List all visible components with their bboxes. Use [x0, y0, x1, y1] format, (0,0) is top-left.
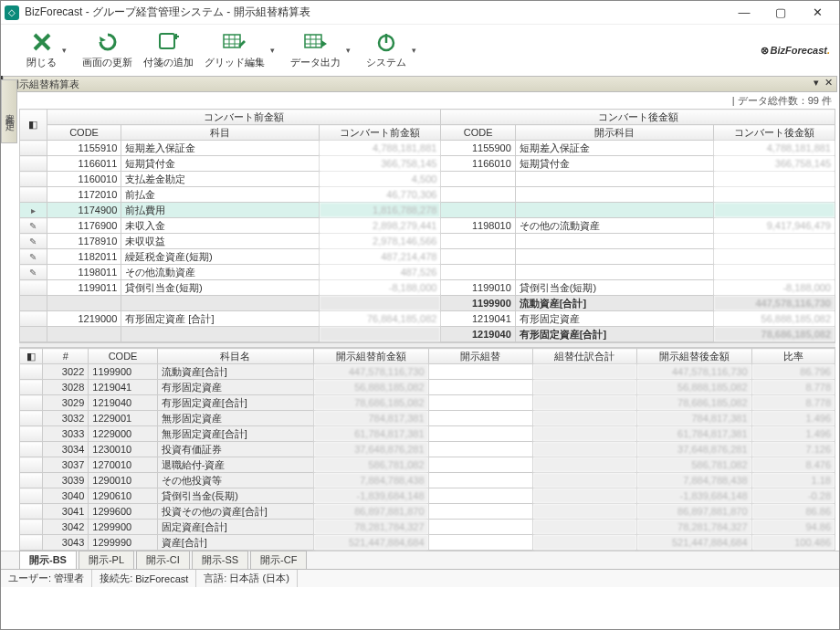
- filter-sidebar[interactable]: 案件指定: [1, 79, 17, 143]
- gridedit-dropdown[interactable]: ▾: [270, 46, 279, 55]
- window-title: BizForecast - グループ経営管理システム - 開示組替精算表: [25, 5, 726, 20]
- table-row[interactable]: 30431299990資産[合計]521,447,884,684521,447,…: [20, 535, 835, 551]
- note-add-icon: [157, 30, 181, 54]
- table-row[interactable]: 1199011貸倒引当金(短期)-8,188,0001199010貸倒引当金(短…: [20, 280, 835, 296]
- table-row[interactable]: 30391290010その他投資等7,884,788,4387,884,788,…: [20, 473, 835, 488]
- export-button[interactable]: データ出力: [287, 28, 344, 71]
- status-user: 管理者: [54, 572, 84, 585]
- close-button[interactable]: 閉じる: [23, 28, 60, 71]
- panel-close-icon[interactable]: ✕: [824, 77, 833, 89]
- record-count: | データ総件数：99 件: [1, 92, 839, 109]
- table-row[interactable]: 1166011短期貸付金366,758,1451166010短期貸付金366,7…: [20, 156, 835, 172]
- addnote-button[interactable]: 付箋の追加: [140, 28, 197, 71]
- table-row[interactable]: 30341230010投資有価証券37,648,876,28137,648,87…: [20, 442, 835, 457]
- table-row[interactable]: ✎1198011その他流動資産487,526: [20, 265, 835, 280]
- power-icon: [375, 30, 397, 54]
- table-row[interactable]: 30291219040有形固定資産[合計]78,686,185,08278,68…: [20, 395, 835, 411]
- system-dropdown[interactable]: ▾: [412, 46, 421, 55]
- sheet-tabs: 開示-BS開示-PL開示-CI開示-SS開示-CF: [1, 551, 839, 569]
- titlebar: ◇ BizForecast - グループ経営管理システム - 開示組替精算表 —…: [1, 1, 839, 25]
- table-row[interactable]: 30321229001無形固定資産784,817,381784,817,3811…: [20, 411, 835, 426]
- svg-rect-1: [224, 35, 240, 47]
- close-icon: [31, 30, 53, 54]
- grid-edit-icon: [222, 30, 247, 54]
- upper-grid[interactable]: ◧コンバート前金額コンバート後金額 CODE科目コンバート前金額CODE開示科目…: [19, 109, 835, 342]
- table-row[interactable]: 1199900流動資産[合計]447,578,116,730: [20, 296, 835, 311]
- table-row[interactable]: ✎1178910未収収益2,978,146,566: [20, 234, 835, 249]
- table-row[interactable]: 30371270010退職給付-資産586,781,082586,781,082…: [20, 457, 835, 473]
- lower-grid[interactable]: ◧#CODE科目名開示組替前金額開示組替組替仕訳合計開示組替後金額比率 3022…: [19, 348, 835, 551]
- group-after: コンバート後金額: [441, 110, 835, 125]
- table-row[interactable]: 1219000有形固定資産 [合計]76,884,185,0821219041有…: [20, 311, 835, 327]
- tab-開示-PL[interactable]: 開示-PL: [79, 551, 134, 569]
- document-title: 開示組替精算表: [9, 78, 79, 91]
- table-row[interactable]: 30401290610貸倒引当金(長期)-1,839,684,148-1,839…: [20, 488, 835, 504]
- status-bar: ユーザー: 管理者 接続先: BizForecast 言語: 日本語 (日本): [1, 569, 839, 587]
- table-row[interactable]: 1172010前払金46,770,306: [20, 187, 835, 203]
- table-row[interactable]: 30421299900固定資産[合計]78,281,784,32778,281,…: [20, 520, 835, 535]
- close-window-button[interactable]: ✕: [799, 2, 835, 24]
- table-row[interactable]: 30281219041有形固定資産56,888,185,08256,888,18…: [20, 380, 835, 395]
- panel-menu-icon[interactable]: ▾: [814, 77, 819, 89]
- table-row[interactable]: ✎1182011繰延税金資産(短期)487,214,478: [20, 249, 835, 265]
- svg-rect-0: [160, 34, 174, 48]
- table-row[interactable]: 1160010支払差金勘定4,500: [20, 172, 835, 187]
- status-language: 日本語 (日本): [229, 572, 289, 585]
- tab-開示-CF[interactable]: 開示-CF: [250, 551, 307, 569]
- close-dropdown[interactable]: ▾: [62, 46, 71, 55]
- toolbar: 閉じる ▾ 画面の更新 付箋の追加 グリッド編集 ▾ データ出力 ▾ システム …: [1, 25, 839, 76]
- maximize-button[interactable]: ▢: [762, 2, 799, 24]
- gridedit-button[interactable]: グリッド編集: [201, 28, 268, 71]
- table-row[interactable]: ✎1176900未収入金2,898,279,4411198010その他の流動資産…: [20, 218, 835, 234]
- status-connection: BizForecast: [135, 573, 188, 584]
- refresh-icon: [97, 30, 119, 54]
- table-row[interactable]: 1155910短期差入保証金4,788,181,8811155900短期差入保証…: [20, 141, 835, 156]
- export-icon: [303, 30, 329, 54]
- minimize-button[interactable]: —: [726, 2, 762, 24]
- tab-開示-SS[interactable]: 開示-SS: [192, 551, 248, 569]
- corner-cell[interactable]: ◧: [20, 110, 47, 141]
- system-button[interactable]: システム: [362, 28, 410, 71]
- tab-開示-BS[interactable]: 開示-BS: [19, 551, 77, 569]
- table-row[interactable]: 30331229000無形固定資産[合計]61,784,817,38161,78…: [20, 426, 835, 442]
- export-dropdown[interactable]: ▾: [346, 46, 355, 55]
- group-before: コンバート前金額: [47, 110, 441, 125]
- table-row[interactable]: 1219040有形固定資産[合計]78,686,185,082: [20, 327, 835, 342]
- corner-cell2[interactable]: ◧: [20, 349, 43, 364]
- table-row[interactable]: ▸1174900前払費用1,816,788,278: [20, 203, 835, 218]
- document-header: 開示組替精算表 ▾✕: [3, 76, 837, 92]
- refresh-button[interactable]: 画面の更新: [79, 28, 136, 71]
- brand-logo: ⊗BizForecast.: [761, 37, 830, 58]
- tab-開示-CI[interactable]: 開示-CI: [136, 551, 190, 569]
- table-row[interactable]: 30411299600投資その他の資産[合計]86,897,881,87086,…: [20, 504, 835, 520]
- svg-rect-2: [305, 35, 321, 47]
- table-row[interactable]: 30221199900流動資産[合計]447,578,116,730447,57…: [20, 364, 835, 380]
- app-logo-icon: ◇: [5, 5, 19, 20]
